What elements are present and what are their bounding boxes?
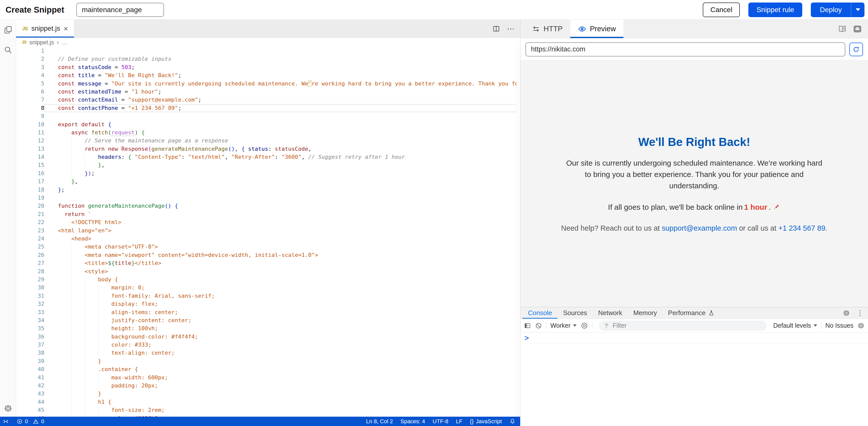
deploy-dropdown-button[interactable] [851, 2, 865, 17]
help-suffix: . [826, 224, 828, 232]
code-line[interactable]: 33 align-items: center; [16, 308, 520, 316]
code-line[interactable]: 38 text-align: center; [16, 349, 520, 357]
preview-viewport: We'll Be Right Back! Our site is current… [520, 60, 868, 307]
problems-indicator[interactable]: 0 0 [17, 418, 44, 425]
console-settings-gear-icon[interactable] [858, 322, 865, 329]
code-line[interactable]: 17 }, [16, 177, 520, 186]
code-line[interactable]: 32 display: flex; [16, 300, 520, 308]
code-line[interactable]: 16 }); [16, 169, 520, 177]
code-line[interactable]: 20function generateMaintenancePage() { [16, 202, 520, 210]
search-icon[interactable] [3, 46, 12, 54]
code-line[interactable]: 15 }, [16, 161, 520, 169]
code-line[interactable]: 39 } [16, 357, 520, 365]
devtools-tab-performance[interactable]: Performance [662, 307, 720, 319]
cancel-button[interactable]: Cancel [703, 2, 740, 17]
docs-book-icon[interactable] [838, 24, 847, 33]
remote-indicator-icon[interactable] [2, 418, 9, 425]
code-line[interactable]: 12 // Serve the maintenance page as a re… [16, 137, 520, 145]
code-line[interactable]: 25 <meta charset="UTF-8"> [16, 243, 520, 251]
code-line[interactable]: 37 color: #333; [16, 341, 520, 349]
code-line[interactable]: 44 h1 { [16, 398, 520, 406]
more-actions-icon[interactable]: ⋯ [507, 25, 515, 32]
bell-icon[interactable] [509, 418, 516, 425]
split-editor-icon[interactable] [492, 25, 500, 32]
code-line[interactable]: 45 font-size: 2rem; [16, 406, 520, 414]
code-line[interactable]: 22 <!DOCTYPE html> [16, 218, 520, 226]
code-line[interactable]: 8const contactPhone = "+1 234 567 89"; [16, 104, 520, 112]
url-input[interactable] [525, 42, 845, 56]
code-line[interactable]: 29 body { [16, 276, 520, 284]
code-line[interactable]: 3const statusCode = 503; [16, 63, 520, 71]
support-email-link[interactable]: support@example.com [662, 224, 737, 232]
console-filter-input[interactable]: Filter [599, 321, 767, 331]
code-line[interactable]: 6const estimatedTime = "1 hour"; [16, 88, 520, 96]
kebab-menu-icon[interactable]: ⋮ [857, 310, 864, 317]
code-line[interactable]: 30 margin: 0; [16, 284, 520, 292]
code-line[interactable]: 40 .container { [16, 365, 520, 373]
line-number: 3 [16, 63, 44, 71]
breadcrumb[interactable]: JS snippet.js › … [16, 38, 520, 47]
code-line[interactable]: 2// Define your customizable inputs [16, 55, 520, 63]
tab-http[interactable]: HTTP [524, 20, 570, 38]
snippet-rule-button[interactable]: Snippet rule [748, 2, 802, 17]
discord-icon[interactable] [853, 24, 862, 33]
console-prompt-row[interactable]: > [520, 333, 868, 344]
code-line[interactable]: 4const title = "We'll Be Right Back!"; [16, 71, 520, 79]
close-icon[interactable]: × [64, 25, 68, 32]
devtools-tab-sources[interactable]: Sources [557, 307, 592, 319]
tab-preview[interactable]: Preview [570, 20, 623, 38]
code-line[interactable]: 36 background-color: #f4f4f4; [16, 333, 520, 341]
line-number: 35 [16, 324, 44, 333]
code-line[interactable]: 21 return ` [16, 210, 520, 218]
editor-scrollbar[interactable] [517, 47, 520, 417]
encoding[interactable]: UTF-8 [433, 418, 448, 425]
files-icon[interactable] [3, 25, 12, 34]
code-line[interactable]: 13 return new Response(generateMaintenan… [16, 145, 520, 153]
code-line[interactable]: 19 [16, 194, 520, 202]
live-expression-eye-icon[interactable] [581, 322, 588, 330]
code-line[interactable]: 28 <style> [16, 267, 520, 276]
console-sidebar-toggle-icon[interactable] [524, 322, 531, 329]
no-issues-button[interactable]: No Issues [826, 322, 854, 329]
indentation[interactable]: Spaces: 4 [401, 418, 425, 425]
code-line[interactable]: 34 justify-content: center; [16, 316, 520, 324]
devtools-tab-console[interactable]: Console [522, 307, 557, 319]
code-line[interactable]: 42 padding: 20px; [16, 381, 520, 390]
code-line[interactable]: 9 [16, 112, 520, 120]
code-line[interactable]: 1 [16, 47, 520, 55]
worker-context-dropdown[interactable]: Worker [550, 322, 577, 329]
eol-sequence[interactable]: LF [456, 418, 462, 425]
refresh-button[interactable] [849, 42, 863, 56]
phone-link[interactable]: +1 234 567 89 [778, 224, 825, 232]
code-line[interactable]: 10export default { [16, 120, 520, 129]
code-line[interactable]: 11 async fetch(request) { [16, 129, 520, 137]
code-line[interactable]: 23<html lang="en"> [16, 227, 520, 235]
line-number: 27 [16, 259, 44, 267]
code-line[interactable]: 26 <meta name="viewport" content="width=… [16, 251, 520, 259]
code-line[interactable]: 27 <title>${title}</title> [16, 259, 520, 267]
code-editor[interactable]: 12// Define your customizable inputs3con… [16, 47, 520, 417]
cursor-position[interactable]: Ln 8, Col 2 [366, 418, 393, 425]
code-line[interactable]: 46 color: #0056b3; [16, 415, 520, 417]
code-line[interactable]: 31 font-family: Arial, sans-serif; [16, 292, 520, 300]
line-number: 30 [16, 284, 44, 292]
devtools-settings-gear-icon[interactable] [843, 310, 850, 317]
language-mode[interactable]: {} JavaScript [470, 418, 502, 425]
clear-console-icon[interactable] [535, 322, 542, 329]
code-line[interactable]: 35 height: 100vh; [16, 324, 520, 333]
snippet-name-input[interactable] [76, 3, 164, 17]
deploy-button[interactable]: Deploy [811, 2, 851, 17]
devtools-tab-memory[interactable]: Memory [628, 307, 662, 319]
gear-icon[interactable] [4, 404, 12, 413]
default-levels-dropdown[interactable]: Default levels [773, 322, 817, 329]
code-line[interactable]: 14 headers: { "Content-Type": "text/html… [16, 153, 520, 161]
code-line[interactable]: 41 max-width: 600px; [16, 374, 520, 381]
devtools-tab-network[interactable]: Network [593, 307, 628, 319]
code-line[interactable]: 43 } [16, 390, 520, 398]
code-line[interactable]: 18}; [16, 186, 520, 194]
code-line[interactable]: 5const message = "Our site is currently … [16, 80, 520, 88]
code-line[interactable]: 24 <head> [16, 235, 520, 243]
console-output[interactable]: > [520, 333, 868, 426]
tab-snippet-js[interactable]: JS snippet.js × [16, 20, 74, 37]
code-line[interactable]: 7const contactEmail = "support@example.c… [16, 96, 520, 104]
